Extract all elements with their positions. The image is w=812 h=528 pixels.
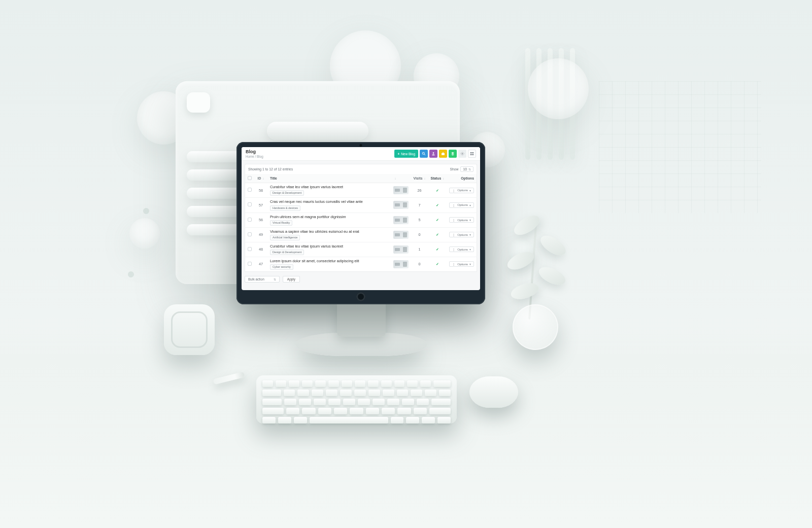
row-tag[interactable]: Design & Development xyxy=(270,250,304,255)
chevron-down-icon: ▾ xyxy=(469,233,471,236)
grid-view-button[interactable] xyxy=(468,150,476,158)
bg-dot xyxy=(143,208,149,214)
svg-marker-5 xyxy=(451,152,454,154)
row-thumbnail[interactable] xyxy=(393,201,409,209)
row-options-button[interactable]: ⋮ Options ▾ xyxy=(449,188,474,193)
row-options-button[interactable]: ⋮ Options ▾ xyxy=(449,217,474,223)
row-visits: 0 xyxy=(411,257,428,271)
row-checkbox[interactable] xyxy=(248,247,252,251)
svg-rect-9 xyxy=(472,152,473,153)
svg-rect-4 xyxy=(443,153,444,153)
monitor-bezel: Blog Home / Blog New Blog Showing xyxy=(236,142,485,304)
toolbar: New Blog xyxy=(394,150,476,158)
row-tag[interactable]: Design & Development xyxy=(270,190,304,196)
page-title: Blog xyxy=(246,149,263,155)
row-tag[interactable]: Virtual Reality xyxy=(270,220,292,226)
row-checkbox[interactable] xyxy=(248,232,252,236)
col-status[interactable]: Status xyxy=(431,177,442,180)
bulk-action-select[interactable]: Bulk action⇅ xyxy=(245,276,280,283)
col-title[interactable]: Title xyxy=(270,177,277,180)
new-blog-button[interactable]: New Blog xyxy=(394,150,418,158)
keyboard-prop xyxy=(256,375,457,424)
page-size-select[interactable]: 10⇅ xyxy=(460,166,473,172)
apply-button[interactable]: Apply xyxy=(283,276,300,283)
row-options-button[interactable]: ⋮ Options ▾ xyxy=(449,232,474,237)
row-title[interactable]: Vivamus a sapien vitae leo ultricies eui… xyxy=(270,229,388,234)
admin-screen: Blog Home / Blog New Blog Showing xyxy=(242,147,480,290)
user-button[interactable] xyxy=(429,150,437,158)
sort-icon[interactable]: ↕ xyxy=(395,177,396,180)
bg-grid xyxy=(599,81,761,213)
row-visits: 26 xyxy=(411,183,428,198)
chevron-updown-icon: ⇅ xyxy=(468,167,471,171)
row-options-button[interactable]: ⋮ Options ▾ xyxy=(449,261,474,267)
row-title[interactable]: Cras vel neque nec mauris luctus convall… xyxy=(270,199,388,204)
svg-point-7 xyxy=(462,153,463,154)
dots-icon: ⋮ xyxy=(452,218,456,222)
row-id: 49 xyxy=(254,227,267,242)
svg-point-2 xyxy=(433,153,434,154)
row-tag[interactable]: Hardware & devices xyxy=(270,205,300,211)
layers-button[interactable] xyxy=(449,150,457,158)
plant-leaf xyxy=(511,211,543,239)
breadcrumb-home[interactable]: Home xyxy=(246,155,254,158)
list-summary-bar: Showing 1 to 12 of 12 entries Show 10⇅ xyxy=(245,164,477,174)
dots-icon: ⋮ xyxy=(452,248,456,251)
col-options: Options xyxy=(461,177,474,180)
svg-rect-8 xyxy=(470,152,471,153)
svg-marker-6 xyxy=(451,154,454,156)
row-tag[interactable]: Artificial Intelligence xyxy=(270,235,300,240)
chevron-updown-icon: ⇅ xyxy=(274,277,276,281)
status-ok-icon: ✓ xyxy=(436,218,439,222)
row-checkbox[interactable] xyxy=(248,218,252,222)
row-options-button[interactable]: ⋮ Options ▾ xyxy=(449,247,474,252)
row-visits: 5 xyxy=(411,213,428,227)
row-visits: 0 xyxy=(411,227,428,242)
status-ok-icon: ✓ xyxy=(436,232,439,237)
row-thumbnail[interactable] xyxy=(393,216,409,224)
sort-icon[interactable]: ↕ xyxy=(424,177,426,180)
table-row: 47Lorem ipsum dolor sit amet, consectetu… xyxy=(245,257,477,271)
col-visits[interactable]: Visits xyxy=(414,177,423,180)
row-options-button[interactable]: ⋮ Options ▾ xyxy=(449,202,474,208)
blog-table: ID↕ Title ↕ Visits↕ Status↕ Options 58Cu… xyxy=(245,174,477,272)
row-checkbox[interactable] xyxy=(248,188,252,192)
status-ok-icon: ✓ xyxy=(436,188,439,193)
row-thumbnail[interactable] xyxy=(393,260,409,268)
dots-icon: ⋮ xyxy=(452,233,456,236)
row-checkbox[interactable] xyxy=(248,202,252,206)
plant-leaf xyxy=(536,264,568,288)
plant-leaf xyxy=(509,279,540,302)
briefcase-button[interactable] xyxy=(439,150,447,158)
bg-circle xyxy=(129,218,160,249)
breadcrumb: Blog Home / Blog xyxy=(246,149,263,158)
select-all-checkbox[interactable] xyxy=(248,176,252,180)
row-visits: 1 xyxy=(411,242,428,257)
row-title[interactable]: Proin ultrices sem at magna porttitor di… xyxy=(270,215,388,219)
dots-icon: ⋮ xyxy=(452,262,456,266)
row-title[interactable]: Lorem ipsum dolor sit amet, consectetur … xyxy=(270,259,388,263)
table-row: 58Curabitur vitae leo vitae ipsum varius… xyxy=(245,183,477,198)
dots-icon: ⋮ xyxy=(452,189,456,192)
row-thumbnail[interactable] xyxy=(393,245,409,254)
bg-dot xyxy=(128,271,134,277)
bulk-action-bar: Bulk action⇅ Apply xyxy=(245,276,477,283)
row-thumbnail[interactable] xyxy=(393,186,409,194)
svg-rect-11 xyxy=(472,154,473,155)
chevron-down-icon: ▾ xyxy=(469,189,471,192)
table-row: 56Proin ultrices sem at magna porttitor … xyxy=(245,213,477,227)
row-title[interactable]: Curabitur vitae leo vitae ipsum varius l… xyxy=(270,185,388,189)
sort-icon[interactable]: ↕ xyxy=(443,177,444,180)
col-id[interactable]: ID xyxy=(258,177,261,180)
monitor: Blog Home / Blog New Blog Showing xyxy=(236,142,485,304)
row-tag[interactable]: Cyber security xyxy=(270,264,293,270)
show-label: Show xyxy=(450,167,458,171)
status-ok-icon: ✓ xyxy=(436,247,439,252)
status-ok-icon: ✓ xyxy=(436,262,439,266)
sort-icon[interactable]: ↕ xyxy=(262,177,264,180)
search-button[interactable] xyxy=(420,150,428,158)
row-title[interactable]: Curabitur vitae leo vitae ipsum varius l… xyxy=(270,244,388,249)
settings-button[interactable] xyxy=(458,150,466,158)
row-thumbnail[interactable] xyxy=(393,231,409,239)
row-checkbox[interactable] xyxy=(248,262,252,266)
